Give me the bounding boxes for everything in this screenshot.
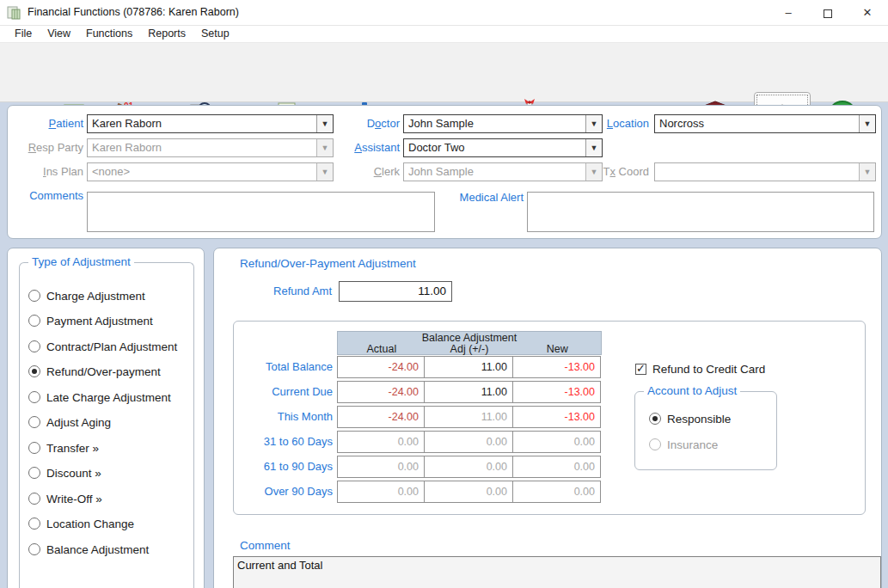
doctor-label: Doctor bbox=[317, 114, 400, 133]
radio-icon bbox=[28, 493, 40, 505]
radio-selected-icon bbox=[649, 413, 661, 425]
radio-balance-adjustment[interactable]: Balance Adjustment bbox=[28, 542, 149, 557]
comment-field[interactable]: Current and Total bbox=[233, 556, 881, 588]
cell-actual: 0.00 bbox=[337, 481, 425, 503]
radio-transfer[interactable]: Transfer » bbox=[28, 440, 99, 456]
patient-label: Patient bbox=[15, 114, 83, 133]
radio-icon bbox=[28, 315, 40, 327]
maximize-button[interactable] bbox=[808, 0, 848, 26]
radio-charge-adjustment[interactable]: Charge Adjustment bbox=[28, 288, 145, 303]
cell-new: 0.00 bbox=[513, 431, 601, 453]
minimize-button[interactable]: – bbox=[769, 0, 808, 26]
assistant-value: Doctor Two bbox=[404, 139, 585, 156]
radio-payment-adjustment[interactable]: Payment Adjustment bbox=[28, 313, 153, 328]
menu-reports[interactable]: Reports bbox=[140, 26, 193, 42]
toolbar: 01 02 bbox=[0, 42, 888, 102]
balance-table-header: Balance Adjustment Actual Adj (+/-) New bbox=[337, 331, 602, 355]
col-actual: Actual bbox=[338, 344, 426, 355]
clerk-label: Clerk bbox=[317, 162, 400, 181]
medical-alert-field[interactable] bbox=[527, 192, 874, 232]
close-button[interactable]: ✕ bbox=[848, 0, 887, 26]
radio-location-change[interactable]: Location Change bbox=[28, 516, 134, 531]
row-label-current-due: Current Due bbox=[238, 381, 333, 403]
cell-actual: 0.00 bbox=[337, 431, 425, 453]
radio-label: Late Charge Adjustment bbox=[46, 391, 171, 404]
doctor-value: John Sample bbox=[404, 115, 585, 132]
radio-label: Contract/Plan Adjustment bbox=[46, 340, 177, 353]
location-value: Norcross bbox=[655, 115, 859, 132]
cell-adj[interactable]: 11.00 bbox=[425, 381, 513, 403]
cell-adj[interactable]: 11.00 bbox=[425, 356, 513, 378]
location-combo[interactable]: Norcross ▼ bbox=[654, 114, 876, 133]
comments-label: Comments bbox=[15, 187, 83, 205]
ins-plan-value: <none> bbox=[88, 163, 316, 181]
tx-coord-label: Tx Coord bbox=[565, 162, 649, 181]
cell-adj: 0.00 bbox=[425, 456, 513, 478]
refund-to-credit-card-checkbox[interactable]: Refund to Credit Card bbox=[635, 361, 765, 377]
cell-actual[interactable]: -24.00 bbox=[337, 356, 425, 378]
location-label: Location bbox=[565, 114, 649, 133]
radio-label: Location Change bbox=[46, 518, 134, 530]
assistant-label: Assistant bbox=[317, 138, 400, 157]
radio-icon bbox=[28, 391, 40, 403]
refund-amt-input[interactable]: 11.00 bbox=[339, 281, 452, 302]
radio-refund-over-payment[interactable]: Refund/Over-payment bbox=[28, 364, 161, 379]
radio-label: Charge Adjustment bbox=[46, 290, 145, 303]
table-row: -24.00 11.00 -13.00 bbox=[337, 356, 601, 378]
refund-amt-label: Refund Amt bbox=[246, 282, 332, 301]
titlebar: Financial Functions (078786: Karen Rabor… bbox=[0, 0, 888, 26]
window-title: Financial Functions (078786: Karen Rabor… bbox=[28, 6, 239, 18]
radio-selected-icon bbox=[28, 365, 40, 377]
radio-label: Transfer » bbox=[46, 442, 99, 455]
radio-icon bbox=[28, 467, 40, 479]
chevron-down-icon[interactable]: ▼ bbox=[859, 115, 875, 132]
resp-party-label: Resp Party bbox=[15, 138, 83, 157]
col-new: New bbox=[513, 344, 601, 355]
radio-discount[interactable]: Discount » bbox=[28, 465, 101, 481]
resp-party-value: Karen Raborn bbox=[88, 139, 316, 156]
cell-adj: 11.00 bbox=[425, 406, 513, 428]
cell-new: -13.00 bbox=[513, 356, 601, 378]
clerk-value: John Sample bbox=[404, 163, 585, 181]
table-row: 0.00 0.00 0.00 bbox=[337, 456, 601, 478]
menu-file[interactable]: File bbox=[7, 26, 40, 42]
radio-contract-plan-adjustment[interactable]: Contract/Plan Adjustment bbox=[28, 339, 177, 354]
cell-new: -13.00 bbox=[513, 406, 601, 428]
balance-adjustment-groupbox: Balance Adjustment Actual Adj (+/-) New … bbox=[233, 321, 866, 515]
menu-view[interactable]: View bbox=[40, 26, 78, 42]
radio-label: Balance Adjustment bbox=[46, 543, 149, 556]
chevron-down-icon[interactable]: ▼ bbox=[585, 139, 602, 156]
radio-adjust-aging[interactable]: Adjust Aging bbox=[28, 414, 111, 430]
menubar: File View Functions Reports Setup bbox=[0, 26, 888, 42]
table-row: -24.00 11.00 -13.00 bbox=[337, 381, 601, 403]
radio-disabled-icon bbox=[649, 438, 661, 450]
comments-field[interactable] bbox=[87, 192, 435, 232]
col-adj: Adj (+/-) bbox=[426, 344, 514, 355]
cell-actual[interactable]: -24.00 bbox=[337, 381, 425, 403]
type-of-adjustment-groupbox: Type of Adjustment Charge Adjustment Pay… bbox=[19, 262, 194, 588]
type-of-adjustment-legend: Type of Adjustment bbox=[28, 255, 134, 268]
patient-combo[interactable]: Karen Raborn ▼ bbox=[87, 114, 334, 133]
cell-new: -13.00 bbox=[513, 381, 601, 403]
assistant-combo[interactable]: Doctor Two ▼ bbox=[403, 138, 603, 157]
checkbox-label: Refund to Credit Card bbox=[652, 363, 765, 376]
comment-label: Comment bbox=[240, 539, 291, 552]
adjustment-type-panel: Type of Adjustment Charge Adjustment Pay… bbox=[7, 248, 205, 588]
radio-write-off[interactable]: Write-Off » bbox=[28, 491, 102, 506]
radio-label: Responsible bbox=[667, 413, 731, 426]
radio-icon bbox=[28, 518, 40, 530]
ins-plan-label: Ins Plan bbox=[15, 162, 83, 181]
table-row: -24.00 11.00 -13.00 bbox=[337, 406, 601, 428]
radio-responsible[interactable]: Responsible bbox=[649, 411, 731, 426]
account-to-adjust-groupbox: Account to Adjust Responsible Insurance bbox=[634, 391, 777, 470]
row-label-31-60: 31 to 60 Days bbox=[238, 431, 333, 453]
financial-functions-window: Financial Functions (078786: Karen Rabor… bbox=[0, 0, 888, 588]
checkbox-checked-icon bbox=[635, 364, 646, 375]
menu-functions[interactable]: Functions bbox=[78, 26, 140, 42]
medical-alert-label: Medical Alert bbox=[442, 188, 524, 207]
cell-actual[interactable]: -24.00 bbox=[337, 406, 425, 428]
tx-coord-combo: ▼ bbox=[654, 162, 876, 181]
refund-panel-title: Refund/Over-Payment Adjustment bbox=[240, 257, 416, 270]
radio-late-charge-adjustment[interactable]: Late Charge Adjustment bbox=[28, 389, 171, 405]
menu-setup[interactable]: Setup bbox=[193, 26, 237, 42]
